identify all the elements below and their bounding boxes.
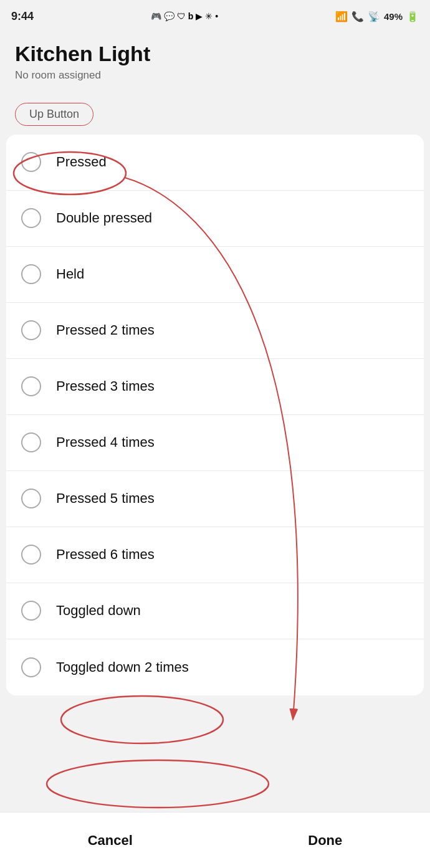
label-double-pressed: Double pressed bbox=[56, 210, 152, 226]
notif-icon-3: 🛡 bbox=[177, 11, 186, 21]
option-list: PressedDouble pressedHeldPressed 2 times… bbox=[6, 135, 424, 695]
list-item-pressed-4-times[interactable]: Pressed 4 times bbox=[6, 415, 424, 471]
page-subtitle: No room assigned bbox=[15, 69, 415, 82]
radio-toggled-down-2-times[interactable] bbox=[21, 657, 41, 677]
label-pressed-4-times: Pressed 4 times bbox=[56, 434, 155, 451]
radio-pressed-3-times[interactable] bbox=[21, 376, 41, 396]
scroll-area[interactable]: PressedDouble pressedHeldPressed 2 times… bbox=[0, 135, 430, 695]
cancel-button[interactable]: Cancel bbox=[63, 826, 158, 855]
list-item-pressed[interactable]: Pressed bbox=[6, 135, 424, 191]
svg-point-3 bbox=[47, 760, 269, 808]
notif-icon-2: 💬 bbox=[164, 11, 174, 21]
header: Kitchen Light No room assigned bbox=[0, 32, 430, 94]
radio-held[interactable] bbox=[21, 264, 41, 284]
radio-pressed-4-times[interactable] bbox=[21, 432, 41, 452]
section-label-container: Up Button bbox=[0, 94, 430, 135]
page-title: Kitchen Light bbox=[15, 41, 415, 67]
svg-point-2 bbox=[61, 696, 223, 743]
list-item-pressed-5-times[interactable]: Pressed 5 times bbox=[6, 471, 424, 527]
notif-icon-1: 🎮 bbox=[151, 11, 161, 21]
radio-pressed-6-times[interactable] bbox=[21, 545, 41, 565]
list-item-held[interactable]: Held bbox=[6, 247, 424, 303]
notif-icon-6: ✳ bbox=[205, 11, 213, 21]
list-item-pressed-6-times[interactable]: Pressed 6 times bbox=[6, 527, 424, 583]
status-bar: 9:44 🎮 💬 🛡 b ▶ ✳ • 📶 📞 📡 49% 🔋 bbox=[0, 0, 430, 32]
label-pressed-3-times: Pressed 3 times bbox=[56, 378, 155, 394]
list-item-pressed-2-times[interactable]: Pressed 2 times bbox=[6, 303, 424, 359]
label-pressed-5-times: Pressed 5 times bbox=[56, 490, 155, 507]
radio-pressed-2-times[interactable] bbox=[21, 320, 41, 340]
label-toggled-down: Toggled down bbox=[56, 603, 141, 619]
label-toggled-down-2-times: Toggled down 2 times bbox=[56, 659, 189, 675]
battery-label: 49% bbox=[384, 11, 403, 22]
status-time: 9:44 bbox=[11, 10, 34, 23]
notif-icon-4: b bbox=[188, 11, 194, 21]
signal-icon: 📡 bbox=[368, 11, 380, 22]
list-item-double-pressed[interactable]: Double pressed bbox=[6, 191, 424, 247]
wifi-icon: 📶 bbox=[335, 11, 348, 22]
radio-double-pressed[interactable] bbox=[21, 208, 41, 228]
notif-icon-5: ▶ bbox=[196, 11, 203, 21]
section-label[interactable]: Up Button bbox=[15, 103, 93, 126]
done-button[interactable]: Done bbox=[283, 826, 367, 855]
list-item-toggled-down[interactable]: Toggled down bbox=[6, 583, 424, 639]
notif-icon-7: • bbox=[215, 11, 218, 21]
label-held: Held bbox=[56, 266, 84, 282]
label-pressed-6-times: Pressed 6 times bbox=[56, 546, 155, 563]
label-pressed-2-times: Pressed 2 times bbox=[56, 322, 155, 338]
bottom-bar: Cancel Done bbox=[0, 812, 430, 868]
list-item-pressed-3-times[interactable]: Pressed 3 times bbox=[6, 359, 424, 415]
label-pressed: Pressed bbox=[56, 154, 107, 170]
radio-pressed[interactable] bbox=[21, 152, 41, 172]
status-icons: 🎮 💬 🛡 b ▶ ✳ • bbox=[151, 11, 218, 21]
radio-toggled-down[interactable] bbox=[21, 601, 41, 621]
call-icon: 📞 bbox=[351, 11, 364, 22]
list-item-toggled-down-2-times[interactable]: Toggled down 2 times bbox=[6, 639, 424, 695]
radio-pressed-5-times[interactable] bbox=[21, 489, 41, 508]
battery-icon: 🔋 bbox=[406, 11, 419, 22]
status-right-icons: 📶 📞 📡 49% 🔋 bbox=[335, 11, 419, 22]
